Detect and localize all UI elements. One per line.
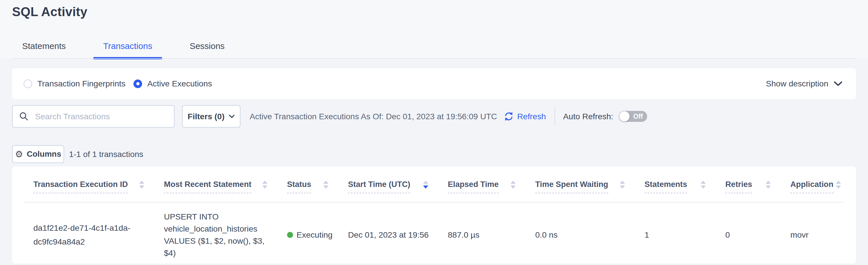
- status-executing-dot-icon: [287, 232, 293, 238]
- vertical-divider: [555, 107, 555, 126]
- search-icon: [19, 111, 29, 121]
- show-description-label: Show description: [766, 79, 828, 88]
- sort-icon[interactable]: [836, 181, 841, 189]
- table-toolbar: ⚙ Columns 1-1 of 1 transactions: [12, 145, 143, 163]
- search-box: [12, 105, 175, 128]
- show-description-toggle[interactable]: Show description: [766, 79, 843, 88]
- table-header: Transaction Execution ID Most Recent Sta…: [24, 166, 844, 203]
- sort-icon[interactable]: [701, 181, 706, 189]
- cell-start-time: Dec 01, 2023 at 19:56: [339, 229, 439, 241]
- controls-row: Filters (0) Active Transaction Execution…: [12, 105, 647, 128]
- column-header-time-spent-waiting[interactable]: Time Spent Waiting: [526, 180, 635, 193]
- cell-elapsed-time: 887.0 µs: [439, 229, 526, 241]
- results-count: 1-1 of 1 transactions: [69, 150, 143, 159]
- refresh-label: Refresh: [517, 112, 546, 121]
- tab-transactions[interactable]: Transactions: [85, 34, 171, 59]
- sort-icon[interactable]: [510, 181, 516, 189]
- toggle-knob: [619, 111, 629, 122]
- refresh-icon: [503, 111, 514, 122]
- radio-label[interactable]: Transaction Fingerprints: [37, 79, 125, 88]
- column-header-start-time[interactable]: Start Time (UTC): [339, 180, 439, 193]
- column-header-elapsed-time[interactable]: Elapsed Time: [439, 180, 526, 193]
- cell-time-spent-waiting: 0.0 ns: [526, 229, 635, 241]
- page-title: SQL Activity: [12, 5, 87, 19]
- sort-icon[interactable]: [262, 181, 268, 189]
- columns-button[interactable]: ⚙ Columns: [12, 145, 64, 163]
- sort-icon[interactable]: [139, 181, 144, 189]
- as-of-timestamp: Active Transaction Executions As Of: Dec…: [250, 112, 497, 121]
- auto-refresh-toggle[interactable]: Off: [619, 111, 647, 122]
- table-row: da1f21e2-de71-4c1f-a1da-dc9fc94a84a2 UPS…: [24, 203, 844, 265]
- gear-icon: ⚙: [15, 150, 23, 159]
- column-header-retries[interactable]: Retries: [716, 180, 781, 193]
- transactions-table: Transaction Execution ID Most Recent Sta…: [12, 166, 856, 264]
- radio-icon-unselected[interactable]: [24, 80, 32, 88]
- column-header-status[interactable]: Status: [278, 180, 339, 193]
- sort-icon[interactable]: [766, 181, 771, 189]
- sort-icon-active-desc[interactable]: [423, 181, 428, 189]
- column-header-application[interactable]: Application: [781, 180, 844, 193]
- toggle-state-label: Off: [633, 113, 643, 121]
- radio-active-executions[interactable]: Active Executions: [133, 79, 212, 88]
- column-header-statements[interactable]: Statements: [635, 180, 716, 193]
- sort-icon[interactable]: [620, 181, 625, 189]
- cell-statements: 1: [635, 229, 716, 241]
- column-header-transaction-execution-id[interactable]: Transaction Execution ID: [24, 180, 155, 193]
- status-label: Executing: [297, 229, 333, 241]
- cell-status: Executing: [278, 229, 339, 241]
- tab-statements[interactable]: Statements: [3, 34, 85, 59]
- cell-retries: 0: [716, 229, 781, 241]
- radio-label[interactable]: Active Executions: [147, 79, 212, 88]
- auto-refresh-label: Auto Refresh:: [563, 112, 613, 121]
- cell-application: movr: [781, 229, 844, 241]
- tabs-divider: [12, 58, 856, 59]
- radio-icon-selected[interactable]: [133, 80, 142, 88]
- chevron-down-icon: [834, 81, 843, 87]
- column-header-most-recent-statement[interactable]: Most Recent Statement: [155, 180, 278, 193]
- chevron-down-icon: [229, 114, 235, 119]
- tab-sessions[interactable]: Sessions: [171, 34, 243, 59]
- view-mode-card: Transaction Fingerprints Active Executio…: [12, 68, 856, 99]
- columns-label: Columns: [27, 150, 61, 159]
- search-input[interactable]: [12, 105, 175, 128]
- statement-text: UPSERT INTO vehicle_location_histories V…: [164, 211, 278, 259]
- filters-button[interactable]: Filters (0): [182, 105, 241, 128]
- refresh-button[interactable]: Refresh: [503, 111, 546, 122]
- cell-most-recent-statement: UPSERT INTO vehicle_location_histories V…: [155, 211, 278, 259]
- sort-icon[interactable]: [323, 181, 329, 189]
- radio-transaction-fingerprints[interactable]: Transaction Fingerprints: [24, 79, 125, 88]
- transaction-execution-id-link[interactable]: da1f21e2-de71-4c1f-a1da-dc9fc94a84a2: [33, 221, 137, 248]
- cell-transaction-execution-id: da1f21e2-de71-4c1f-a1da-dc9fc94a84a2: [24, 221, 155, 248]
- filters-label: Filters (0): [188, 112, 224, 121]
- tab-bar: Statements Transactions Sessions: [3, 34, 243, 59]
